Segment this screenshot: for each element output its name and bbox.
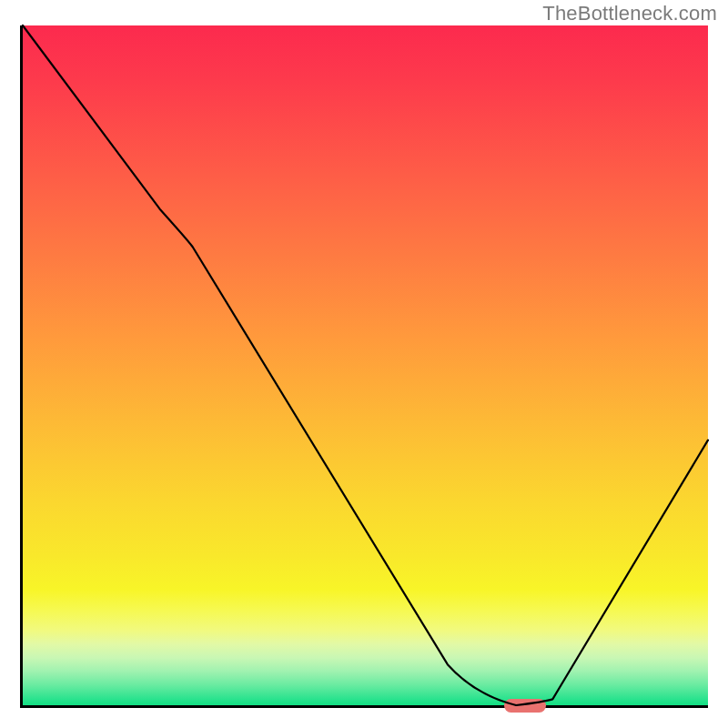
bottleneck-curve-path xyxy=(23,25,708,705)
watermark-text: TheBottleneck.com xyxy=(542,2,717,25)
curve-svg xyxy=(23,25,708,705)
plot-area xyxy=(20,25,708,708)
